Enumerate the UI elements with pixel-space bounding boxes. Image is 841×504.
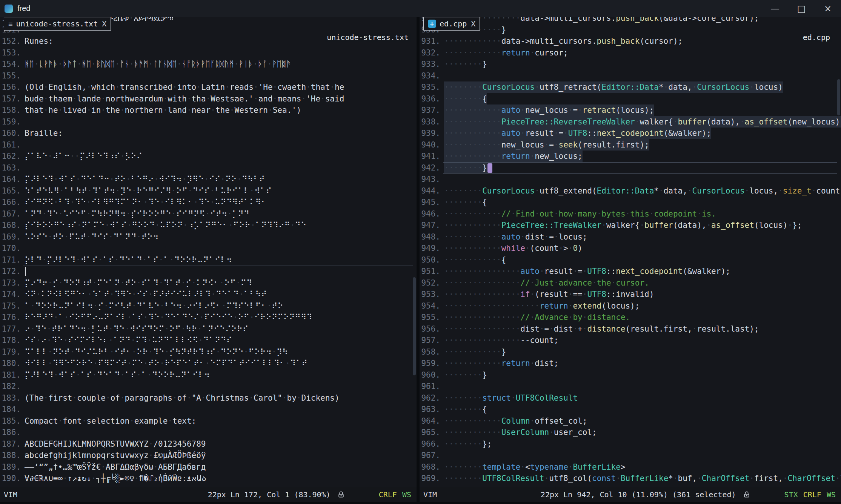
code-line[interactable]: 933.········} (420, 58, 841, 70)
code-line[interactable]: 965.············UserColumn·user_col; (420, 427, 841, 438)
code-line[interactable]: 186. (0, 427, 417, 438)
scrollbar[interactable] (836, 17, 841, 487)
code-line[interactable]: 181.⡍⠜⠇⠑⠹·⠺⠁⠎·⠁⠎·⠙⠑⠁⠙·⠁⠎·⠁·⠙⠕⠕⠗⠤⠝⠁⠊⠇⠲ (0, 369, 417, 381)
code-line[interactable]: 953.················if·(result·==·UTF8::… (420, 289, 841, 300)
code-line[interactable]: 946.············//·Find·out·how·many·byt… (420, 208, 841, 220)
tab-unicode-stress-txt[interactable]: ≡ unicode-stress.txt X (4, 17, 111, 31)
code-line[interactable]: 956.················dist·=·dist·+·distan… (420, 323, 841, 335)
code-line[interactable]: 963.········{ (420, 404, 841, 415)
code-line[interactable]: 169.⠡⠕⠎⠑·⠞⠕·⠏⠥⠞·⠙⠊⠎·⠙⠁⠝⠙·⠞⠕⠲ (0, 231, 417, 243)
code-line[interactable]: 177.⠔·⠹⠑·⠞⠗⠁⠙⠑⠲·⡃⠥⠞·⠹⠑·⠺⠊⠎⠙⠕⠍·⠕⠋·⠳⠗·⠁⠝⠊⠑… (0, 323, 417, 335)
tab-close-button[interactable]: X (102, 19, 106, 28)
code-line[interactable]: 955.················//·Advance·by·distan… (420, 312, 841, 323)
code-line[interactable]: 943. (420, 174, 841, 185)
code-line[interactable]: 958.············} (420, 346, 841, 358)
code-line[interactable]: 167.⠁⠝⠙·⠹⠑·⠡⠊⠑⠋·⠍⠳⠗⠝⠻⠲·⡎⠊⠗⠕⠕⠛⠑·⠎⠊⠛⠝⠫·⠊⠞⠲… (0, 208, 417, 220)
code-line[interactable]: 952.················//·Just·advance·the·… (420, 277, 841, 289)
code-line[interactable]: 932.············return·cursor; (420, 47, 841, 59)
code-line[interactable]: 172. (0, 266, 417, 277)
code-line[interactable]: 948.············auto·dist·=·locus; (420, 231, 841, 243)
code-line[interactable]: 947.············PieceTree::TreeWalker·wa… (420, 220, 841, 231)
code-line[interactable]: 154.ᚻᛖ·ᚳᚹᚫᚦ·ᚦᚫᛏ·ᚻᛖ·ᛒᚢᛞᛖ·ᚩᚾ·ᚦᚫᛗ·ᛚᚪᚾᛞᛖ·ᚾᚩᚱ… (0, 58, 417, 70)
code-line[interactable]: 153. (0, 47, 417, 59)
code-line[interactable]: 934. (420, 70, 841, 82)
code-line[interactable]: 160.Braille: (0, 128, 417, 139)
code-line[interactable]: 185.Compact·font·selection·example·text: (0, 415, 417, 427)
code-line[interactable]: 957.················--count; (420, 335, 841, 346)
code-line[interactable]: 180.⠺⠊⠇⠇·⠹⠻⠑⠋⠕⠗⠑·⠏⠻⠍⠊⠞·⠍⠑·⠞⠕·⠗⠑⠏⠑⠁⠞⠂·⠑⠍⠏… (0, 358, 417, 369)
code-line[interactable]: 175.⠁·⠙⠕⠕⠗⠤⠝⠁⠊⠇⠲·⡊·⠍⠊⠣⠞·⠙⠁⠧⠑·⠃⠑⠲·⠔⠊⠇⠔⠫⠂·… (0, 300, 417, 312)
code-line[interactable]: 155. (0, 70, 417, 82)
code-line[interactable]: 164.⡍⠜⠇⠑⠹·⠺⠁⠎·⠙⠑⠁⠙⠒·⠞⠕·⠃⠑⠛⠔·⠺⠊⠹⠲·⡹⠻⠑·⠊⠎·… (0, 174, 417, 185)
code-line[interactable]: 944.········CursorLocus·utf8_extend(Edit… (420, 185, 841, 197)
scrollbar[interactable] (412, 17, 417, 487)
line-number: 966. (420, 438, 440, 450)
tab-ed-cpp[interactable]: + ed.cpp X (423, 17, 480, 31)
code-line[interactable]: 189.–—‘“”„†•…‰™œŠŸž€·ΑΒΓΔΩαβγδω·АБВГДабв… (0, 461, 417, 473)
minimize-button[interactable]: — (762, 0, 788, 17)
scrollbar-thumb[interactable] (837, 79, 840, 115)
code-line[interactable]: 962.········struct·UTF8ColResult (420, 392, 841, 404)
code-line[interactable]: 171.⡕⠇⠙·⡍⠜⠇⠑⠹·⠺⠁⠎·⠁⠎·⠙⠑⠁⠙·⠁⠎·⠁·⠙⠕⠕⠗⠤⠝⠁⠊⠇… (0, 254, 417, 266)
code-line[interactable]: 184. (0, 404, 417, 415)
code-line[interactable]: 162.⡌⠁⠧⠑·⠼⠁⠒··⡍⠜⠇⠑⠹⠰⠎·⡣⠕⠌ (0, 151, 417, 162)
code-line[interactable]: 158.that·he·lived·in·the·northern·land·n… (0, 104, 417, 116)
code-line[interactable]: 936.········{ (420, 93, 841, 105)
code-line[interactable]: 173.⡍⠔⠙⠖·⡊·⠙⠕⠝⠰⠞·⠍⠑⠁⠝·⠞⠕·⠎⠁⠹·⠹⠁⠞·⡊·⠅⠝⠪⠂·… (0, 277, 417, 289)
close-button[interactable]: × (815, 0, 841, 17)
code-line[interactable]: 940.············new_locus·=·seek(result.… (420, 139, 841, 151)
code-line[interactable]: 168.⡎⠊⠗⠕⠕⠛⠑⠰⠎·⠝⠁⠍⠑·⠺⠁⠎·⠛⠕⠕⠙·⠥⠏⠕⠝·⠰⡡⠁⠝⠛⠑⠂… (0, 220, 417, 231)
pane-separator[interactable] (417, 17, 420, 502)
code-line[interactable]: 166.⠎⠊⠛⠝⠫·⠃⠹·⠹⠑·⠊⠇⠻⠛⠹⠍⠁⠝⠂·⠹⠑·⠊⠇⠻⠅⠂·⠹⠑·⠥⠝… (0, 197, 417, 208)
code-line[interactable]: 949.············while·(count·>·0) (420, 243, 841, 254)
scrollbar-thumb[interactable] (413, 277, 416, 375)
code-line[interactable]: 929.················data->multi_cursors.… (420, 17, 841, 24)
lock-icon[interactable] (337, 491, 345, 498)
code-line[interactable]: 939.············auto·result·=·UTF8::next… (420, 128, 841, 139)
tab-close-button[interactable]: X (471, 19, 475, 28)
code-line[interactable]: 954.····················return·extend(lo… (420, 300, 841, 312)
line-number: 187. (0, 438, 21, 450)
code-line[interactable]: 163. (0, 162, 417, 174)
code-line[interactable]: 178.⠊⠎·⠔·⠹⠑·⠎⠊⠍⠊⠇⠑⠆·⠁⠝⠙·⠍⠹·⠥⠝⠙⠁⠇⠇⠪⠫·⠙⠁⠝⠙… (0, 335, 417, 346)
code-line[interactable]: 960.········} (420, 369, 841, 381)
line-number: 957. (420, 335, 440, 346)
code-line[interactable]: 156.(Old·English,·which·transcribed·into… (0, 81, 417, 93)
code-line[interactable]: 187.ABCDEFGHIJKLMNOPQRSTUVWXYZ·/01234567… (0, 438, 417, 450)
lock-icon[interactable] (743, 491, 750, 498)
code-line[interactable]: 159. (0, 116, 417, 128)
code-line[interactable]: 931.············data->multi_cursors.push… (420, 35, 841, 47)
code-line[interactable]: 941.············return·new_locus; (420, 151, 841, 162)
code-line[interactable]: 188.abcdefghijklmnopqrstuvwxyz·£©µÀÆÖÞßé… (0, 450, 417, 461)
code-line[interactable]: 930.············} (420, 24, 841, 36)
mode-indicator: VIM (4, 490, 17, 499)
code-line[interactable]: 176.⠗⠑⠛⠜⠙·⠁·⠊⠕⠋⠋⠔⠤⠝⠁⠊⠇·⠁⠎·⠹⠑·⠙⠑⠁⠙⠑⠌·⠏⠊⠑⠊… (0, 312, 417, 323)
editor-viewport-left[interactable]: 150.ሰው·እንደቤቱ·እንጅ·እንደ·ጉረቤቱ·አይተዳደርም።151.15… (0, 17, 417, 487)
code-line[interactable]: 170. (0, 243, 417, 254)
code-line[interactable]: 959.············return·dist; (420, 358, 841, 369)
code-line[interactable]: 961. (420, 381, 841, 392)
code-line[interactable]: 950.············{ (420, 254, 841, 266)
code-line[interactable]: 182. (0, 381, 417, 392)
code-line[interactable]: 942.········} (420, 162, 841, 174)
code-line[interactable]: 935.········CursorLocus·utf8_retract(Edi… (420, 81, 841, 93)
code-line[interactable]: 179.⠩⠁⠇⠇·⠝⠕⠞·⠙⠊⠌⠥⠗⠃·⠊⠞⠂·⠕⠗·⠹⠑·⡊⠳⠝⠞⠗⠹⠰⠎·⠙… (0, 346, 417, 358)
code-line[interactable]: 190.∀∂∈ℝ∧∪≡∞·↑↗↨↻⇣·┐┼╔╘░►☺♀·ﬁ�⑀₂ἠḂӥẄɐː⍎א… (0, 473, 417, 484)
code-line[interactable]: 165.⠱⠁⠞⠑⠧⠻·⠁⠃⠳⠞·⠹⠁⠞⠲·⡹⠑·⠗⠑⠛⠊⠌⠻·⠕⠋·⠙⠊⠎·⠃⠥… (0, 185, 417, 197)
code-line[interactable]: 937.············auto·new_locus·=·retract… (420, 104, 841, 116)
code-line[interactable]: 966.········}; (420, 438, 841, 450)
code-line[interactable]: 174.⠪⠝·⠅⠝⠪⠇⠫⠛⠑⠂·⠱⠁⠞·⠹⠻⠑·⠊⠎·⠏⠜⠞⠊⠊⠥⠇⠜⠇⠹·⠙⠑… (0, 289, 417, 300)
code-line[interactable]: 951.················auto·result·=·UTF8::… (420, 266, 841, 277)
code-line[interactable]: 969.········UTF8ColResult·utf8_col(const… (420, 473, 841, 484)
code-line[interactable]: 964.············Column·offset_col; (420, 415, 841, 427)
editor-viewport-right[interactable]: 929.················data->multi_cursors.… (420, 17, 841, 487)
line-number: 935. (420, 81, 440, 93)
code-line[interactable]: 938.············PieceTree::ReverseTreeWa… (420, 116, 841, 128)
code-line[interactable]: 183.(The·first·couple·of·paragraphs·of·"… (0, 392, 417, 404)
code-line[interactable]: 157.bude·thaem·lande·northweardum·with·t… (0, 93, 417, 105)
code-line[interactable]: 161. (0, 139, 417, 151)
maximize-button[interactable]: □ (788, 0, 815, 17)
code-line[interactable]: 968.········template·<typename·BufferLik… (420, 461, 841, 473)
code-line[interactable]: 967. (420, 450, 841, 461)
code-line[interactable]: 945.········{ (420, 197, 841, 208)
